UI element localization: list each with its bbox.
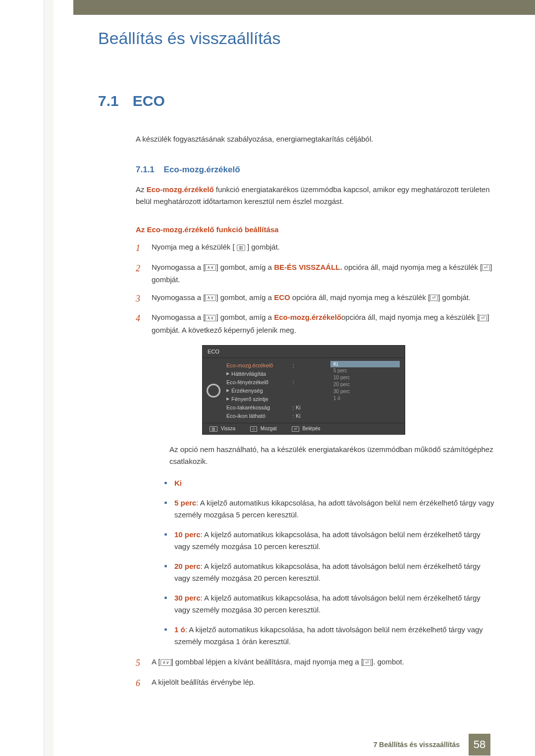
osd-menu-row: Eco-takarékosság:Ki xyxy=(226,403,328,411)
osd-bottom-item: ⏎ Belépés xyxy=(292,426,321,432)
osd-colon: : xyxy=(291,362,296,368)
step-item: 2Nyomogassa a [∧∨] gombot, amíg a BE-ÉS … xyxy=(136,261,495,286)
section-number: 7.1 xyxy=(98,93,119,109)
step-number: 1 xyxy=(136,241,145,256)
osd-menu-label: Eco-ikon látható xyxy=(226,413,291,419)
osd-option: 30 perc xyxy=(330,388,400,395)
osd-colon: : xyxy=(291,379,296,385)
subsection-heading: 7.1.1 Eco-mozg.érzékelő xyxy=(136,165,495,175)
osd-option: 20 perc xyxy=(330,381,400,388)
osd-title: ECO xyxy=(203,346,405,358)
osd-menu-row: ▶Fényerő szintje xyxy=(226,395,328,403)
osd-menu-label: ▶Érzékenység xyxy=(226,388,291,394)
osd-colon: : xyxy=(291,404,296,410)
step-number: 5 xyxy=(136,655,145,671)
section-title: ECO xyxy=(133,93,165,109)
step-text: Nyomja meg a készülék [ ▥ ] gombját. xyxy=(152,241,495,256)
page-number: 58 xyxy=(469,734,490,756)
step-number: 2 xyxy=(136,261,145,286)
enter-icon: ⏎ xyxy=(430,295,438,301)
bullet-item: 1 ó: A kijelző automatikus kikapcsolása,… xyxy=(161,624,495,648)
osd-menu-row: Eco-mozg.érzékelő: xyxy=(226,361,328,369)
bullet-item: 30 perc: A kijelző automatikus kikapcsol… xyxy=(161,592,495,616)
osd-menu-value: Ki xyxy=(296,404,301,410)
howto-heading: Az Eco-mozg.érzékelő funkció beállítása xyxy=(136,225,495,234)
osd-menu-label: Eco-takarékosság xyxy=(226,404,291,410)
osd-menu-row: Eco-fényérzékelő: xyxy=(226,378,328,386)
bullet-keyword: 5 perc xyxy=(174,499,196,507)
osd-bottom-icon: ⏎ xyxy=(292,426,299,432)
enter-icon: ⏎ xyxy=(363,659,371,666)
options-bullet-list: Ki5 perc: A kijelző automatikus kikapcso… xyxy=(161,477,495,648)
steps-list: 1Nyomja meg a készülék [ ▥ ] gombját.2Ny… xyxy=(136,241,495,336)
page-body: Beállítás és visszaállítás 7.1 ECO A kés… xyxy=(54,15,535,756)
osd-menu-label: ▶Fényerő szintje xyxy=(226,396,291,402)
submenu-arrow-icon: ▶ xyxy=(226,371,229,376)
updown-icon: ∧∨ xyxy=(205,264,216,271)
osd-menu-value: Ki xyxy=(296,413,301,419)
osd-bottom-icon: ◇ xyxy=(250,426,257,432)
keyword: ECO xyxy=(274,293,290,302)
bullet-item: 5 perc: A kijelző automatikus kikapcsolá… xyxy=(161,497,495,521)
step-text: A [∧∨] gombbal lépjen a kívánt beállítás… xyxy=(152,655,495,671)
updown-icon: ∧∨ xyxy=(160,659,171,666)
page-footer: 7 Beállítás és visszaállítás 58 xyxy=(54,733,535,756)
step-number: 4 xyxy=(136,311,145,336)
gear-icon xyxy=(207,384,220,398)
enter-icon: ⏎ xyxy=(482,264,490,271)
step-number: 6 xyxy=(136,676,145,691)
osd-side-icon-col xyxy=(203,358,224,423)
submenu-arrow-icon: ▶ xyxy=(226,397,229,401)
osd-bottom-bar: ▥ Vissza◇ Mozgat⏎ Belépés xyxy=(203,423,405,434)
bullet-item: 10 perc: A kijelző automatikus kikapcsol… xyxy=(161,529,495,553)
submenu-arrow-icon: ▶ xyxy=(226,388,229,393)
bullet-item: Ki xyxy=(161,477,495,489)
step-item: 4Nyomogassa a [∧∨] gombot, amíg a Eco-mo… xyxy=(136,311,495,336)
osd-option: 5 perc xyxy=(330,367,400,374)
osd-bottom-item: ▥ Vissza xyxy=(210,426,235,432)
osd-option: 1 ó xyxy=(330,395,400,402)
osd-menu-label: Eco-mozg.érzékelő xyxy=(226,362,291,368)
subsection-paragraph: Az Eco-mozg.érzékelő funkció energiataka… xyxy=(136,184,495,207)
section-heading: 7.1 ECO xyxy=(98,93,495,109)
top-colored-strip xyxy=(73,0,535,15)
osd-bottom-icon: ▥ xyxy=(210,426,217,432)
bullet-keyword: 10 perc xyxy=(174,530,201,539)
step-number: 3 xyxy=(136,291,145,306)
section-intro: A készülék fogyasztásának szabályozása, … xyxy=(136,133,495,145)
step-text: Nyomogassa a [∧∨] gombot, amíg a BE-ÉS V… xyxy=(152,261,495,286)
footer-breadcrumb: 7 Beállítás és visszaállítás xyxy=(374,741,460,749)
step-item: 5A [∧∨] gombbal lépjen a kívánt beállítá… xyxy=(136,655,495,671)
osd-selected-value: Ki xyxy=(330,361,400,367)
bullet-item: 20 perc: A kijelző automatikus kikapcsol… xyxy=(161,560,495,584)
osd-menu: Eco-mozg.érzékelő:▶HáttérvilágításEco-fé… xyxy=(224,358,330,423)
osd-colon: : xyxy=(291,413,296,419)
step-item: 6A kijelölt beállítás érvénybe lép. xyxy=(136,676,495,691)
chapter-tab xyxy=(54,0,73,15)
osd-menu-row: ▶Érzékenység xyxy=(226,386,328,395)
updown-icon: ∧∨ xyxy=(205,295,216,301)
keyword: Eco-mozg.érzékelő xyxy=(274,313,341,321)
step-text: Nyomogassa a [∧∨] gombot, amíg a Eco-moz… xyxy=(152,311,495,336)
steps-list-continued: 5A [∧∨] gombbal lépjen a kívánt beállítá… xyxy=(136,655,495,691)
left-rail xyxy=(0,0,44,756)
subsection-title: Eco-mozg.érzékelő xyxy=(164,165,240,174)
bullet-keyword: 30 perc xyxy=(174,594,201,602)
bullet-keyword: 1 ó xyxy=(174,625,185,634)
osd-dropdown-values: Ki5 perc10 perc20 perc30 perc1 ó xyxy=(330,358,400,423)
osd-bottom-item: ◇ Mozgat xyxy=(250,426,277,432)
updown-icon: ∧∨ xyxy=(205,315,216,321)
osd-note: Az opció nem használható, ha a készülék … xyxy=(169,444,495,467)
enter-icon: ⏎ xyxy=(479,315,487,321)
text: Az xyxy=(136,185,147,194)
step-item: 3Nyomogassa a [∧∨] gombot, amíg a ECO op… xyxy=(136,291,495,306)
osd-menu-row: ▶Háttérvilágítás xyxy=(226,369,328,378)
subsection-number: 7.1.1 xyxy=(136,165,155,174)
bullet-keyword: Ki xyxy=(174,479,182,487)
keyword: BE-ÉS VISSZAÁLL. xyxy=(274,263,342,271)
bullet-keyword: 20 perc xyxy=(174,562,201,570)
osd-menu-row: Eco-ikon látható:Ki xyxy=(226,411,328,420)
step-item: 1Nyomja meg a készülék [ ▥ ] gombját. xyxy=(136,241,495,256)
step-text: Nyomogassa a [∧∨] gombot, amíg a ECO opc… xyxy=(152,291,495,306)
step-text: A kijelölt beállítás érvénybe lép. xyxy=(152,676,495,691)
